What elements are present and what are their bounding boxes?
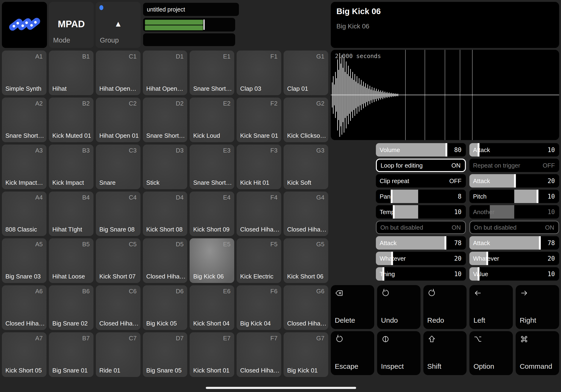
pad-B5[interactable]: B5Hihat Loose [49, 238, 94, 283]
pad-B1[interactable]: B1Hihat [49, 51, 94, 95]
key-command[interactable]: Command [516, 331, 559, 375]
mode-tile-label: Mode [53, 36, 70, 44]
waveform-display[interactable]: 2.000 seconds [331, 50, 559, 140]
pad-D1[interactable]: D1Hihat Open… [143, 51, 187, 95]
pad-G1[interactable]: G1Clap 01 [283, 51, 328, 95]
pad-G6[interactable]: G6Closed Hiha… [283, 285, 328, 330]
key-undo[interactable]: Undo [377, 285, 421, 329]
pad-D5[interactable]: D5Closed Hiha… [143, 238, 187, 283]
on-but-disabled-left-toggle[interactable]: On but disabledON [376, 221, 466, 234]
pad-G7[interactable]: G7Big Kick 01 [283, 332, 328, 377]
pad-A6[interactable]: A6Closed Hiha… [2, 285, 46, 330]
pad-E4[interactable]: E4Kick Short 09 [190, 192, 234, 236]
pad-F7[interactable]: F7Closed Hiha… [237, 332, 281, 377]
pad-B6[interactable]: B6Big Snare 02 [49, 285, 94, 330]
key-redo[interactable]: Redo [423, 285, 467, 329]
pad-A7[interactable]: A7Kick Short 05 [2, 332, 46, 377]
pad-id-label: D3 [176, 147, 183, 154]
pad-F3[interactable]: F3Kick Hit 01 [237, 144, 281, 189]
pad-G3[interactable]: G3Kick Soft [283, 144, 328, 189]
group-tile[interactable]: ▲ Group [96, 2, 141, 48]
on-but-disabled-left-label: On but disabled [380, 224, 423, 231]
volume-slider[interactable]: Volume80 [376, 143, 466, 156]
pad-D7[interactable]: D7Big Snare 05 [143, 332, 187, 377]
thing-label: Thing [380, 270, 395, 278]
pad-C1[interactable]: C1Hihat Open… [96, 51, 140, 95]
pan-slider-handle[interactable] [391, 190, 393, 203]
pad-D4[interactable]: D4Kick Short 08 [143, 192, 187, 236]
pad-F2[interactable]: F2Kick Snare 01 [237, 98, 281, 142]
key-inspect[interactable]: Inspect [377, 331, 421, 375]
key-escape[interactable]: Escape [331, 331, 374, 375]
attack-4-slider[interactable]: Attack78 [469, 236, 559, 250]
key-left[interactable]: Left [469, 285, 513, 329]
pad-sample-name: Big Kick 01 [287, 367, 318, 374]
pad-F6[interactable]: F6Big Kick 04 [237, 285, 281, 330]
pad-G5[interactable]: G5Kick Short 06 [283, 238, 328, 283]
pad-G2[interactable]: G2Kick Clickso… [283, 98, 328, 142]
pad-D6[interactable]: D6Big Kick 05 [143, 285, 187, 330]
repeat-on-trigger-toggle[interactable]: Repeat on triggerOFF [469, 159, 559, 172]
pad-C5[interactable]: C5Kick Short 07 [96, 238, 140, 283]
key-delete[interactable]: Delete [331, 285, 374, 329]
pad-C7[interactable]: C7Ride 01 [96, 332, 140, 377]
temp-slider[interactable]: Temp10 [376, 205, 466, 218]
pad-B3[interactable]: B3Kick Impact [49, 144, 94, 189]
pad-G4[interactable]: G4Closed Hiha… [283, 192, 328, 236]
whatever-left-slider[interactable]: Whatever20 [376, 252, 466, 265]
pad-C4[interactable]: C4Big Snare 08 [96, 192, 140, 236]
attack-1-slider[interactable]: Attack10 [469, 143, 559, 156]
loop-for-editing-toggle[interactable]: Loop for editingON [376, 159, 466, 172]
pad-id-label: E2 [223, 100, 230, 107]
pad-A1[interactable]: A1Simple Synth [2, 51, 46, 95]
pad-E3[interactable]: E3Snare Short… [190, 144, 234, 189]
pad-D3[interactable]: D3Stick [143, 144, 187, 189]
key-right[interactable]: Right [516, 285, 559, 329]
app-logo-tile[interactable] [2, 2, 47, 48]
key-shift[interactable]: Shift [423, 331, 467, 375]
pitch-slider[interactable]: Pitch10 [469, 190, 559, 203]
attack-2-slider[interactable]: Attack20 [469, 174, 559, 187]
thing-slider[interactable]: Thing10 [376, 267, 466, 281]
pad-F1[interactable]: F1Clap 03 [237, 51, 281, 95]
pad-A3[interactable]: A3Kick Impact… [2, 144, 46, 189]
attack-2-slider-handle[interactable] [514, 174, 516, 187]
value-slider[interactable]: Value10 [469, 267, 559, 281]
pan-slider[interactable]: Pan8 [376, 190, 466, 203]
on-but-disabled-right-toggle[interactable]: On but disabledON [469, 221, 559, 234]
pad-D2[interactable]: D2Snare Short… [143, 98, 187, 142]
pad-C6[interactable]: C6Closed Hiha… [96, 285, 140, 330]
attack-4-slider-handle[interactable] [539, 236, 541, 250]
attack-3-slider-handle[interactable] [444, 236, 446, 250]
pad-B4[interactable]: B4Hihat TIght [49, 192, 94, 236]
clip-repeat-toggle[interactable]: Clip repeatOFF [376, 174, 466, 187]
pad-B2[interactable]: B2Kick Muted 01 [49, 98, 94, 142]
mode-tile[interactable]: MPAD Mode [49, 2, 94, 48]
pad-F4[interactable]: F4Closed Hiha… [237, 192, 281, 236]
project-name-field[interactable]: untitled project [143, 3, 239, 16]
pad-id-label: B7 [82, 335, 90, 342]
whatever-right-slider[interactable]: Whatever20 [469, 252, 559, 265]
pad-B7[interactable]: B7Big Snare 01 [49, 332, 94, 377]
whatever-left-value: 20 [454, 255, 461, 262]
volume-slider-handle[interactable] [445, 143, 447, 156]
pad-A4[interactable]: A4808 Classic [2, 192, 46, 236]
pad-F5[interactable]: F5Kick Electric [237, 238, 281, 283]
attack-3-slider[interactable]: Attack78 [376, 236, 466, 250]
pad-A2[interactable]: A2Snare Short… [2, 98, 46, 142]
pad-E2[interactable]: E2Kick Loud [190, 98, 234, 142]
pitch-slider-handle[interactable] [537, 190, 539, 203]
pad-E7[interactable]: E7Kick Short 01 [190, 332, 234, 377]
pad-E5[interactable]: E5Big Kick 06 [190, 238, 234, 283]
pad-E6[interactable]: E6Kick Short 04 [190, 285, 234, 330]
pad-id-label: D4 [176, 194, 183, 201]
pad-id-label: C4 [129, 194, 137, 201]
home-indicator[interactable] [206, 387, 356, 389]
pad-A5[interactable]: A5Big Snare 03 [2, 238, 46, 283]
pad-C2[interactable]: C2Hihat Open 01 [96, 98, 140, 142]
pad-sample-name: Kick Short 09 [193, 226, 229, 233]
pad-E1[interactable]: E1Snare Short… [190, 51, 234, 95]
pad-C3[interactable]: C3Snare [96, 144, 140, 189]
another-slider[interactable]: Another10 [469, 205, 559, 218]
key-option[interactable]: Option [469, 331, 513, 375]
